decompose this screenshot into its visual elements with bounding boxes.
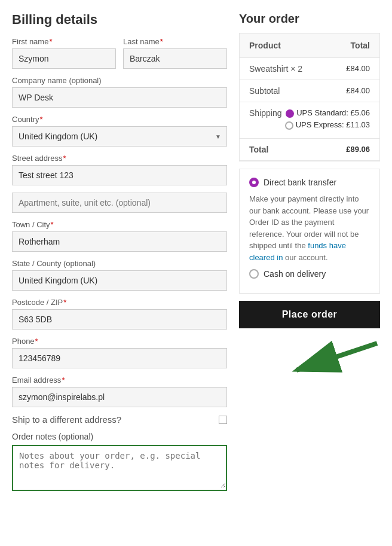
green-arrow-icon <box>284 340 380 376</box>
ship-different-label: Ship to a different address? <box>12 414 121 425</box>
billing-title: Billing details <box>12 12 227 28</box>
order-header: Product Total <box>240 33 379 58</box>
first-name-label: First name* <box>12 37 116 46</box>
direct-bank-radio <box>249 178 259 187</box>
total-value: £89.06 <box>346 145 370 154</box>
subtotal-value: £84.00 <box>346 86 370 96</box>
place-order-button[interactable]: Place order <box>239 301 380 328</box>
apartment-input[interactable] <box>12 193 227 213</box>
item-total: £84.00 <box>346 64 370 74</box>
shipping-ups-standard[interactable]: UPS Standard: £5.06 <box>285 108 370 118</box>
street-input[interactable] <box>12 165 227 185</box>
company-input[interactable] <box>12 87 227 108</box>
phone-input[interactable] <box>12 348 227 368</box>
bank-transfer-link2[interactable]: in <box>277 253 283 262</box>
order-item-row: Sweatshirt × 2 £84.00 <box>240 58 379 80</box>
cash-on-delivery-option[interactable]: Cash on delivery <box>249 269 370 279</box>
shipping-ups-express[interactable]: UPS Express: £11.03 <box>285 120 370 130</box>
shipping-options: UPS Standard: £5.06 UPS Express: £11.03 <box>285 108 370 132</box>
direct-bank-label: Direct bank transfer <box>264 178 336 187</box>
first-name-input[interactable] <box>12 48 116 69</box>
country-label: Country* <box>12 115 227 124</box>
state-label: State / County (optional) <box>12 259 227 268</box>
order-notes-input[interactable] <box>13 446 226 488</box>
item-name: Sweatshirt × 2 <box>249 64 302 74</box>
postcode-input[interactable] <box>12 309 227 330</box>
arrow-container <box>239 334 380 376</box>
street-label: Street address* <box>12 154 227 163</box>
last-name-label: Last name* <box>123 37 227 46</box>
total-row: Total £89.06 <box>240 139 379 161</box>
payment-section: Direct bank transfer Make your payment d… <box>239 169 380 294</box>
country-select[interactable]: United Kingdom (UK) <box>12 126 227 147</box>
direct-bank-option[interactable]: Direct bank transfer <box>249 178 370 187</box>
product-header: Product <box>249 41 281 50</box>
total-label: Total <box>249 145 268 154</box>
email-input[interactable] <box>12 387 227 407</box>
city-label: Town / City* <box>12 220 227 229</box>
order-notes-wrapper <box>12 445 227 491</box>
subtotal-row: Subtotal £84.00 <box>240 80 379 102</box>
ups-express-label: UPS Express: £11.03 <box>296 120 370 129</box>
ups-standard-radio <box>286 109 294 118</box>
order-notes-label: Order notes (optional) <box>12 432 227 441</box>
ups-standard-label: UPS Standard: £5.06 <box>296 108 370 117</box>
total-header: Total <box>351 41 370 50</box>
shipping-row: Shipping UPS Standard: £5.06 UPS Express… <box>240 102 379 139</box>
cash-on-delivery-radio <box>249 269 259 279</box>
bank-transfer-link1[interactable]: funds have cleared <box>249 241 346 262</box>
company-label: Company name (optional) <box>12 76 227 85</box>
postcode-label: Postcode / ZIP* <box>12 298 227 307</box>
last-name-input[interactable] <box>123 48 227 69</box>
state-input[interactable] <box>12 270 227 291</box>
ups-express-radio <box>285 121 293 130</box>
svg-line-1 <box>296 343 377 370</box>
ship-different-checkbox[interactable] <box>219 416 227 424</box>
email-label: Email address* <box>12 376 227 385</box>
order-table: Product Total Sweatshirt × 2 £84.00 Subt… <box>239 33 380 161</box>
shipping-label: Shipping <box>249 108 282 132</box>
city-input[interactable] <box>12 231 227 252</box>
subtotal-label: Subtotal <box>249 86 280 96</box>
order-title: Your order <box>239 12 380 26</box>
bank-transfer-desc: Make your payment directly into our bank… <box>249 193 370 263</box>
phone-label: Phone* <box>12 337 227 346</box>
cash-on-delivery-label: Cash on delivery <box>264 269 326 279</box>
